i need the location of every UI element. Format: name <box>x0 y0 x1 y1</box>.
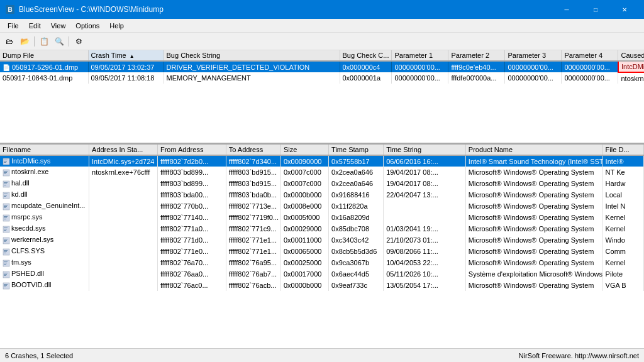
table-cell: Intel N <box>602 200 643 212</box>
menu-item-view[interactable]: View <box>46 21 71 31</box>
toolbar-separator-1 <box>34 36 35 47</box>
toolbar-copy-button[interactable]: 📋 <box>37 35 51 48</box>
list-item[interactable]: ntoskrnl.exentoskrnl.exe+76cffffffff803`… <box>0 167 644 178</box>
table-cell: Microsoft® Windows® Operating System <box>465 167 602 178</box>
table-row[interactable]: 050917-10843-01.dmp09/05/2017 11:08:18ME… <box>0 72 644 84</box>
table-cell <box>89 280 158 291</box>
table-cell: fffff802`7d340... <box>226 155 280 167</box>
svg-rect-40 <box>4 263 7 263</box>
list-item[interactable]: ksecdd.sysfffff802`771a0...fffff802`771c… <box>0 223 644 234</box>
svg-rect-48 <box>4 285 7 286</box>
col-parameter4[interactable]: Parameter 4 <box>562 50 618 61</box>
toolbar-new-button[interactable]: 🗁 <box>3 35 16 48</box>
list-item[interactable]: tm.sysfffff802`76a70...fffff802`76a95...… <box>0 257 644 268</box>
svg-rect-28 <box>4 229 7 229</box>
table-cell: 0x0005f000 <box>280 212 328 223</box>
col-parameter1[interactable]: Parameter 1 <box>392 50 448 61</box>
list-item[interactable]: mcupdate_GenuineInt...fffff802`770b0...f… <box>0 200 644 212</box>
toolbar-open-button[interactable]: 📂 <box>18 35 31 48</box>
svg-rect-16 <box>4 195 7 195</box>
minimize-button[interactable]: ─ <box>552 0 581 19</box>
modules-pane[interactable]: Filename Address In Sta... From Address … <box>0 145 644 348</box>
col-time-string[interactable]: Time String <box>384 145 466 155</box>
svg-rect-12 <box>4 184 7 184</box>
table-row[interactable]: 📄050917-5296-01.dmp09/05/2017 13:02:37DR… <box>0 61 644 72</box>
table-cell: 0x8cb5b5d3d6 <box>329 246 384 257</box>
col-caused-by[interactable]: Caused By Driver <box>618 50 644 61</box>
app-icon: B <box>5 4 15 14</box>
svg-rect-17 <box>4 196 6 197</box>
file-icon <box>3 214 10 221</box>
svg-rect-45 <box>4 275 6 276</box>
table-cell: IntcDMic.sys+2d724 <box>89 155 158 167</box>
table-cell: fffff802`76aa0... <box>157 268 226 280</box>
list-item[interactable]: kd.dllfffff803`bda00...fffff803`bda0b...… <box>0 189 644 200</box>
list-item[interactable]: PSHED.dllfffff802`76aa0...fffff802`76ab7… <box>0 268 644 280</box>
col-dump-file[interactable]: Dump File <box>0 50 88 61</box>
svg-rect-49 <box>4 287 6 287</box>
table-cell: DRIVER_VERIFIER_DETECTED_VIOLATION <box>164 61 340 72</box>
svg-rect-31 <box>4 239 8 239</box>
table-cell <box>384 200 466 212</box>
status-text: 6 Crashes, 1 Selected <box>5 352 73 359</box>
table-cell: 0x91688416 <box>329 189 384 200</box>
toolbar-settings-button[interactable]: ⚙ <box>72 35 86 48</box>
col-crash-time[interactable]: Crash Time ▲ <box>88 50 164 61</box>
table-cell: 0x0007c000 <box>280 167 328 178</box>
col-size[interactable]: Size <box>280 145 328 155</box>
col-file-description[interactable]: File D... <box>602 145 643 155</box>
close-button[interactable]: ✕ <box>610 0 639 19</box>
svg-rect-44 <box>4 274 7 275</box>
list-item[interactable]: CLFS.SYSfffff802`771e0...fffff802`771e1.… <box>0 246 644 257</box>
table-cell: 0x9ca3067b <box>329 257 384 268</box>
file-icon <box>3 191 10 198</box>
svg-rect-37 <box>4 253 6 253</box>
dump-files-pane[interactable]: Dump File Crash Time ▲ Bug Check String … <box>0 50 644 145</box>
table-cell: 13/05/2054 17:... <box>384 280 466 291</box>
col-product-name[interactable]: Product Name <box>465 145 602 155</box>
table-cell: Kernel <box>602 212 643 223</box>
table-cell <box>89 189 158 200</box>
table-cell: fffff802`76a95... <box>226 257 280 268</box>
list-item[interactable]: BOOTVID.dllfffff802`76ac0...fffff802`76a… <box>0 280 644 291</box>
table-cell: fffff802`76acb... <box>226 280 280 291</box>
col-bugcheck-code[interactable]: Bug Check C... <box>340 50 392 61</box>
list-item[interactable]: msrpc.sysfffff802`77140...fffff802`7719f… <box>0 212 644 223</box>
menu-item-options[interactable]: Options <box>70 21 104 31</box>
table-cell: fffff802`771e1... <box>226 246 280 257</box>
col-filename[interactable]: Filename <box>0 145 89 155</box>
table-cell: Microsoft® Windows® Operating System <box>465 257 602 268</box>
col-parameter3[interactable]: Parameter 3 <box>505 50 562 61</box>
list-item[interactable]: werkernel.sysfffff802`771d0...fffff802`7… <box>0 234 644 246</box>
table-cell: 0x00090000 <box>280 155 328 167</box>
col-bugcheck-string[interactable]: Bug Check String <box>164 50 340 61</box>
menu-item-edit[interactable]: Edit <box>24 21 46 31</box>
svg-rect-8 <box>4 172 7 173</box>
maximize-button[interactable]: □ <box>581 0 610 19</box>
menu-item-file[interactable]: File <box>3 21 24 31</box>
table-cell: fffff802`771a0... <box>157 223 226 234</box>
table-cell: fffff802`77140... <box>157 212 226 223</box>
table-cell: Microsoft® Windows® Operating System <box>465 189 602 200</box>
table-cell: Kernel <box>602 223 643 234</box>
table-cell: fffff803`bd899... <box>157 178 226 189</box>
table-cell: NT Ke <box>602 167 643 178</box>
svg-rect-5 <box>4 162 6 163</box>
col-parameter2[interactable]: Parameter 2 <box>448 50 505 61</box>
col-to-address[interactable]: To Address <box>226 145 280 155</box>
table-cell: fffff802`76a70... <box>157 257 226 268</box>
col-address-in-stack[interactable]: Address In Sta... <box>89 145 158 155</box>
list-item[interactable]: hal.dllfffff803`bd899...fffff803`bd915..… <box>0 178 644 189</box>
svg-rect-23 <box>4 216 8 217</box>
toolbar-find-button[interactable]: 🔍 <box>52 35 66 48</box>
col-from-address[interactable]: From Address <box>157 145 226 155</box>
col-time-stamp[interactable]: Time Stamp <box>329 145 384 155</box>
table-cell <box>89 268 158 280</box>
svg-text:B: B <box>8 6 12 13</box>
table-cell: fffff803`bd899... <box>157 167 226 178</box>
table-cell: 0x0000001a <box>340 72 392 84</box>
table-cell: BOOTVID.dll <box>0 280 89 291</box>
table-cell: ntoskrnl.exe+76cfff <box>89 167 158 178</box>
list-item[interactable]: IntcDMic.sysIntcDMic.sys+2d724fffff802`7… <box>0 155 644 167</box>
menu-item-help[interactable]: Help <box>104 21 129 31</box>
